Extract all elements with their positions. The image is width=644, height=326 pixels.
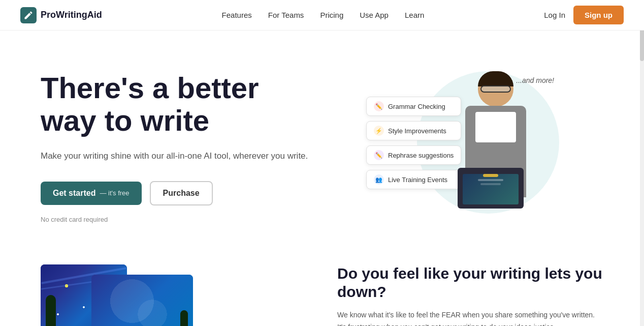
overlay-swirl <box>91 275 193 326</box>
hero-left: There's a better way to write Make your … <box>41 72 322 223</box>
no-credit-text: No credit card required <box>41 216 322 223</box>
nav-links: Features For Teams Pricing Use App Learn <box>222 11 425 20</box>
login-button[interactable]: Log In <box>544 11 565 19</box>
person-shirt <box>475 112 516 142</box>
hero-title: There's a better way to write <box>41 72 322 137</box>
logo-icon <box>20 7 37 23</box>
nav-use-app[interactable]: Use App <box>360 11 389 19</box>
navbar: ProWritingAid Features For Teams Pricing… <box>0 0 644 31</box>
nav-learn[interactable]: Learn <box>405 11 424 19</box>
screen-line2 <box>480 183 501 185</box>
get-started-button[interactable]: Get started — it's free <box>41 182 142 205</box>
second-section: My idea in my head Do you feel like your… <box>0 254 644 326</box>
rephrase-icon: ✏️ <box>374 150 384 160</box>
style-icon: ⚡ <box>374 126 384 136</box>
second-section-right: Do you feel like your writing lets you d… <box>337 264 603 326</box>
scrollbar-track[interactable] <box>640 0 644 326</box>
second-section-title: Do you feel like your writing lets you d… <box>337 264 603 301</box>
logo-link[interactable]: ProWritingAid <box>20 7 102 23</box>
nav-right: Log In Sign up <box>544 6 624 24</box>
person-laptop <box>458 168 524 209</box>
overlay-painting <box>91 275 193 326</box>
logo-text: ProWritingAid <box>41 10 102 20</box>
nav-pricing[interactable]: Pricing <box>320 11 343 19</box>
hero-section: There's a better way to write Make your … <box>0 31 644 254</box>
nav-for-teams[interactable]: For Teams <box>268 11 304 19</box>
second-section-left: My idea in my head <box>41 264 307 326</box>
training-icon: 👥 <box>374 174 384 185</box>
grammar-icon: ✏️ <box>374 101 384 111</box>
nav-features[interactable]: Features <box>222 11 252 19</box>
hero-right: ...and more! ✏️ Grammar Checking ⚡ Style… <box>322 61 603 234</box>
person-glasses <box>480 85 511 93</box>
person-hair <box>478 71 513 86</box>
cypress-tree <box>46 295 56 326</box>
cypress-tree-2 <box>180 310 188 326</box>
screen-line1 <box>478 179 503 181</box>
laptop-screen <box>463 174 519 204</box>
logo-svg <box>23 10 34 20</box>
hero-cta: Get started — it's free Purchase <box>41 181 322 205</box>
second-section-body: We know what it's like to feel the FEAR … <box>337 309 603 326</box>
painting-image-container: My idea in my head <box>41 264 213 326</box>
hero-subtitle: Make your writing shine with our all-in-… <box>41 149 322 163</box>
person-illustration <box>447 71 544 219</box>
purchase-button[interactable]: Purchase <box>150 181 213 205</box>
hero-illustration: ...and more! ✏️ Grammar Checking ⚡ Style… <box>366 66 559 229</box>
screen-glow <box>483 174 498 177</box>
signup-button[interactable]: Sign up <box>573 6 624 24</box>
